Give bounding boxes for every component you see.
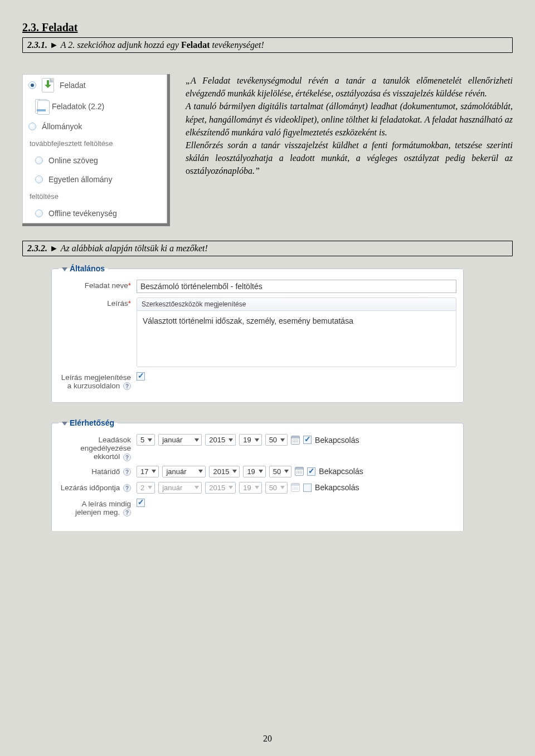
activity-option[interactable]: Feladat bbox=[23, 75, 167, 96]
task-number: 2.3.1. bbox=[27, 40, 47, 50]
help-icon[interactable]: ? bbox=[123, 453, 131, 461]
chevron-down-icon bbox=[194, 438, 199, 442]
radio-icon[interactable] bbox=[35, 209, 43, 217]
select: január bbox=[158, 482, 202, 494]
editor-toolbar-toggle[interactable]: Szerkesztőeszközök megjelenítése bbox=[137, 298, 456, 311]
page-number: 20 bbox=[0, 734, 535, 744]
editor-content[interactable]: Választott történelmi időszak, személy, … bbox=[137, 311, 456, 367]
date-row-label: Lezárás időpontja ? bbox=[59, 482, 137, 492]
fieldset-availability: Elérhetőség Leadások engedélyezése ekkor… bbox=[51, 418, 464, 531]
file-upload-icon bbox=[42, 78, 54, 92]
radio-icon[interactable] bbox=[28, 81, 36, 89]
chevron-down-icon bbox=[280, 486, 285, 489]
fieldset-general: Általános Feladat neve* Leírás* Szerkesz… bbox=[51, 264, 464, 403]
help-icon[interactable]: ? bbox=[123, 382, 131, 390]
description-editor[interactable]: Szerkesztőeszközök megjelenítése Választ… bbox=[137, 297, 456, 367]
legend-general[interactable]: Általános bbox=[59, 264, 108, 273]
checkbox-enable-date[interactable] bbox=[303, 436, 312, 444]
date-row-label: Határidő ? bbox=[59, 466, 137, 476]
chevron-down-icon bbox=[228, 486, 233, 489]
task-text: Az alábbiak alapján töltsük ki a mezőket… bbox=[61, 243, 208, 253]
chevron-down-icon bbox=[255, 438, 259, 442]
label-description: Leírás* bbox=[59, 297, 137, 308]
activity-label: Offline tevékenység bbox=[48, 209, 117, 218]
enable-label: Bekapcsolás bbox=[315, 436, 359, 445]
help-icon[interactable]: ? bbox=[123, 468, 131, 476]
activity-option[interactable]: Offline tevékenység bbox=[23, 204, 167, 223]
select[interactable]: 2015 bbox=[209, 466, 240, 477]
select[interactable]: 5 bbox=[137, 434, 155, 446]
activity-label: Feladatok (2.2) bbox=[52, 102, 104, 111]
select[interactable]: 17 bbox=[137, 466, 159, 477]
chevron-down-icon bbox=[280, 438, 285, 442]
enable-label: Bekapcsolás bbox=[315, 483, 359, 492]
chevron-down-icon bbox=[232, 470, 237, 473]
select[interactable]: 19 bbox=[243, 466, 265, 477]
activity-label: Online szöveg bbox=[48, 156, 98, 165]
select: 2 bbox=[137, 482, 155, 494]
checkbox-enable-date[interactable] bbox=[307, 467, 315, 476]
activity-option[interactable]: Állományok bbox=[23, 117, 167, 136]
activity-option: feltöltése bbox=[23, 189, 167, 204]
chevron-down-icon bbox=[255, 486, 259, 489]
description-quote: „A Feladat tevékenységmodul révén a taná… bbox=[186, 74, 513, 178]
select: 50 bbox=[265, 482, 288, 494]
chevron-down-icon bbox=[198, 470, 203, 473]
task-text: A 2. szekcióhoz adjunk hozzá egy Feladat… bbox=[61, 40, 264, 50]
checkbox-show-description[interactable] bbox=[137, 372, 145, 381]
chevron-down-icon bbox=[148, 486, 152, 489]
enable-label: Bekapcsolás bbox=[319, 467, 363, 476]
radio-icon[interactable] bbox=[35, 175, 43, 183]
label-show-description: Leírás megjelenítése a kurzusoldalon ? bbox=[59, 372, 137, 390]
select[interactable]: 50 bbox=[265, 434, 288, 446]
activity-label: Feladat bbox=[60, 81, 86, 90]
play-arrow-icon: ► bbox=[50, 243, 59, 253]
task-box-231: 2.3.1. ► A 2. szekcióhoz adjunk hozzá eg… bbox=[22, 37, 513, 53]
chevron-down-icon bbox=[228, 438, 233, 442]
select[interactable]: január bbox=[162, 466, 206, 477]
caret-down-icon bbox=[62, 267, 67, 271]
activity-label: Egyetlen állomány bbox=[48, 175, 112, 184]
input-task-name[interactable] bbox=[137, 280, 456, 293]
label-task-name: Feladat neve* bbox=[59, 280, 137, 290]
radio-icon[interactable] bbox=[35, 157, 43, 164]
date-row-label: Leadások engedélyezése ekkortól ? bbox=[59, 434, 137, 461]
select[interactable]: 50 bbox=[269, 466, 291, 477]
activity-label: feltöltése bbox=[30, 192, 59, 201]
select: 2015 bbox=[205, 482, 236, 494]
help-icon[interactable]: ? bbox=[123, 509, 131, 516]
task-number: 2.3.2. bbox=[27, 243, 47, 253]
file-stack-icon bbox=[35, 99, 47, 114]
chevron-down-icon bbox=[152, 470, 156, 473]
task-box-232: 2.3.2. ► Az alábbiak alapján töltsük ki … bbox=[22, 241, 513, 256]
calendar-icon[interactable] bbox=[291, 436, 300, 445]
activity-option[interactable]: Feladatok (2.2) bbox=[23, 96, 167, 117]
chevron-down-icon bbox=[148, 438, 152, 442]
activity-label: Állományok bbox=[42, 122, 82, 131]
label-always-show: A leírás mindig jelenjen meg. ? bbox=[59, 498, 137, 516]
activity-option[interactable]: Online szöveg bbox=[23, 151, 167, 170]
radio-icon[interactable] bbox=[28, 123, 36, 130]
select[interactable]: 2015 bbox=[205, 434, 236, 446]
chevron-down-icon bbox=[259, 470, 263, 473]
calendar-icon[interactable] bbox=[295, 467, 304, 476]
select: 19 bbox=[239, 482, 261, 494]
activity-picker-panel: FeladatFeladatok (2.2)Állományoktovábbfe… bbox=[22, 74, 170, 226]
calendar-icon bbox=[291, 483, 300, 492]
activity-option[interactable]: Egyetlen állomány bbox=[23, 170, 167, 189]
chevron-down-icon bbox=[284, 470, 289, 473]
help-icon[interactable]: ? bbox=[123, 484, 131, 492]
play-arrow-icon: ► bbox=[50, 40, 59, 50]
activity-label: továbbfejlesztett feltöltése bbox=[30, 139, 113, 148]
legend-availability[interactable]: Elérhetőség bbox=[59, 418, 118, 427]
checkbox-always-show[interactable] bbox=[137, 499, 145, 507]
checkbox-enable-date[interactable] bbox=[303, 484, 312, 492]
activity-option: továbbfejlesztett feltöltése bbox=[23, 136, 167, 151]
caret-down-icon bbox=[62, 422, 67, 426]
select[interactable]: január bbox=[158, 434, 202, 446]
chevron-down-icon bbox=[194, 486, 199, 489]
section-heading: 2.3. Feladat bbox=[22, 21, 513, 34]
select[interactable]: 19 bbox=[239, 434, 261, 446]
